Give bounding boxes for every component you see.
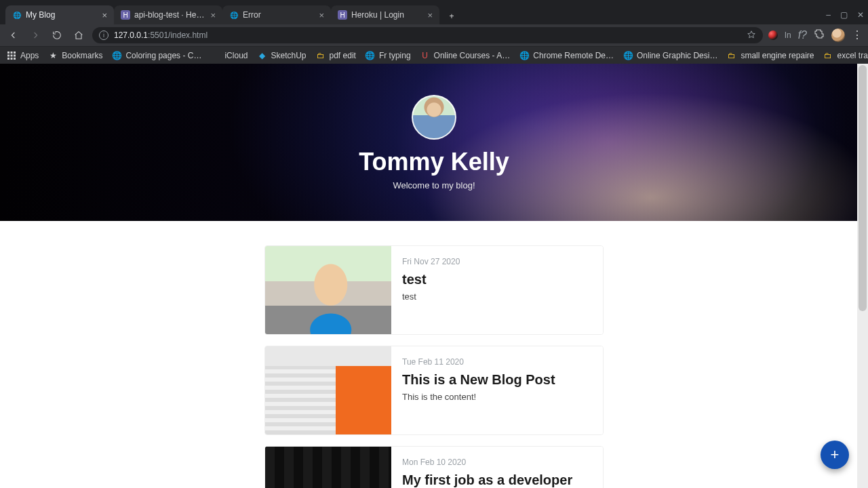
post-thumbnail [265,246,391,334]
window-titlebar[interactable] [0,0,868,5]
bookmark-excel-training[interactable]: 🗀excel training [823,51,868,60]
svg-rect-6 [7,58,9,60]
post-title: test [402,272,592,287]
globe-icon: 🌐 [519,51,529,60]
post-date: Tue Feb 11 2020 [402,357,592,367]
post-date: Mon Feb 10 2020 [402,458,592,467]
svg-rect-7 [11,58,13,60]
bookmark-label: excel training [837,51,868,60]
apple-icon [211,51,220,60]
extension-in-icon[interactable]: In [785,30,791,40]
globe-icon: 🌐 [623,51,633,60]
tab-strip: 🌐 My Blog × H api-blog-test · Heroku-git… [0,5,868,24]
star-icon: ★ [48,51,58,60]
sketchup-icon: ◆ [257,51,267,60]
heroku-icon: H [338,10,347,20]
vertical-scrollbar[interactable] [857,64,868,488]
globe-icon: 🌐 [229,10,239,20]
scrollbar-thumb[interactable] [859,65,867,311]
bookmark-pdf-edit[interactable]: 🗀pdf edit [316,51,356,60]
plus-icon: + [449,12,454,21]
back-button[interactable] [5,27,22,43]
udemy-icon: U [420,51,430,60]
new-tab-button[interactable]: + [442,8,461,24]
tab-heroku-git[interactable]: H api-blog-test · Heroku-git | Herc × [114,5,222,24]
toolbar: i 127.0.0.1 :5501 /index.html In f? ⋮ [0,24,868,46]
home-button[interactable] [71,27,87,43]
menu-kebab-icon[interactable]: ⋮ [852,30,863,41]
bookmark-bookmarks[interactable]: ★Bookmarks [48,51,102,60]
bookmark-label: SketchUp [271,51,306,60]
bookmark-fr-typing[interactable]: 🌐Fr typing [366,51,411,60]
forward-button[interactable] [27,27,43,43]
svg-rect-4 [11,54,13,56]
post-card[interactable]: Mon Feb 10 2020 My first job as a develo… [264,446,604,488]
bookmark-label: iCloud [224,51,248,60]
bookmark-sketchup[interactable]: ◆SketchUp [257,51,306,60]
bookmark-graphic-design[interactable]: 🌐Online Graphic Desi… [623,51,717,60]
new-post-fab[interactable]: + [821,441,849,469]
post-title: This is a New Blog Post [402,372,592,388]
author-tagline: Welcome to my blog! [393,180,475,190]
extension-f-icon[interactable]: f? [798,29,807,41]
tab-my-blog[interactable]: 🌐 My Blog × [5,5,114,24]
globe-icon: 🌐 [12,10,22,20]
apps-icon [7,51,16,60]
browser-window: 🌐 My Blog × H api-blog-test · Heroku-git… [0,0,868,488]
close-tab-icon[interactable]: × [427,11,433,20]
post-card[interactable]: Fri Nov 27 2020 test test [264,245,604,335]
svg-rect-5 [14,54,16,56]
post-thumbnail [265,346,391,434]
globe-icon: 🌐 [112,51,121,60]
close-tab-icon[interactable]: × [319,11,324,20]
url-text: 127.0.0.1 :5501 /index.html [114,30,208,40]
bookmark-apps[interactable]: Apps [7,51,39,60]
close-tab-icon[interactable]: × [102,11,107,20]
plus-icon: + [831,446,840,464]
page-viewport: Tommy Kelly Welcome to my blog! Fri Nov … [0,64,868,488]
folder-icon: 🗀 [316,51,326,60]
tab-title: Error [243,10,315,20]
author-name: Tommy Kelly [359,148,509,176]
site-info-icon[interactable]: i [99,30,108,40]
svg-rect-2 [14,52,16,54]
minimize-button[interactable]: – [826,10,831,20]
svg-rect-8 [14,58,16,60]
extension-area: In f? ⋮ [768,28,863,42]
extensions-icon[interactable] [814,28,825,42]
bookmark-label: Fr typing [379,51,411,60]
bookmark-small-engine[interactable]: 🗀small engine repaire [727,51,814,60]
url-host: 127.0.0.1 [114,30,148,40]
post-card[interactable]: Tue Feb 11 2020 This is a New Blog Post … [264,346,604,435]
bookmark-label: Online Graphic Desi… [637,51,717,60]
maximize-button[interactable]: ▢ [840,10,848,20]
window-controls: – ▢ ✕ [826,5,864,24]
address-bar[interactable]: i 127.0.0.1 :5501 /index.html [92,27,763,43]
bookmark-coloring[interactable]: 🌐Coloring pages - C… [112,51,201,60]
bookmark-label: pdf edit [330,51,356,60]
post-feed[interactable]: Fri Nov 27 2020 test test Tue Feb 11 202… [0,221,868,488]
bookmark-chrome-remote[interactable]: 🌐Chrome Remote De… [519,51,614,60]
profile-avatar[interactable] [831,28,845,42]
tab-error[interactable]: 🌐 Error × [222,5,331,24]
post-date: Fri Nov 27 2020 [402,257,592,266]
tab-title: My Blog [26,10,98,20]
bookmark-label: small engine repaire [741,51,814,60]
globe-icon: 🌐 [366,51,375,60]
tab-heroku-login[interactable]: H Heroku | Login × [331,5,439,24]
star-icon[interactable] [747,30,756,41]
close-tab-icon[interactable]: × [210,11,216,20]
reload-button[interactable] [49,27,65,43]
bookmark-online-courses[interactable]: UOnline Courses - A… [420,51,511,60]
svg-rect-1 [11,52,13,54]
tab-title: Heroku | Login [351,10,423,20]
close-window-button[interactable]: ✕ [857,10,864,20]
bookmark-label: Online Courses - A… [434,51,511,60]
post-title: My first job as a developer [402,472,592,488]
bookmark-label: Bookmarks [62,51,102,60]
extension-circle-icon[interactable] [768,30,778,40]
post-excerpt: This is the content! [402,392,592,402]
profile-photo [412,95,456,140]
post-thumbnail [265,447,391,488]
bookmark-icloud[interactable]: iCloud [211,51,248,60]
